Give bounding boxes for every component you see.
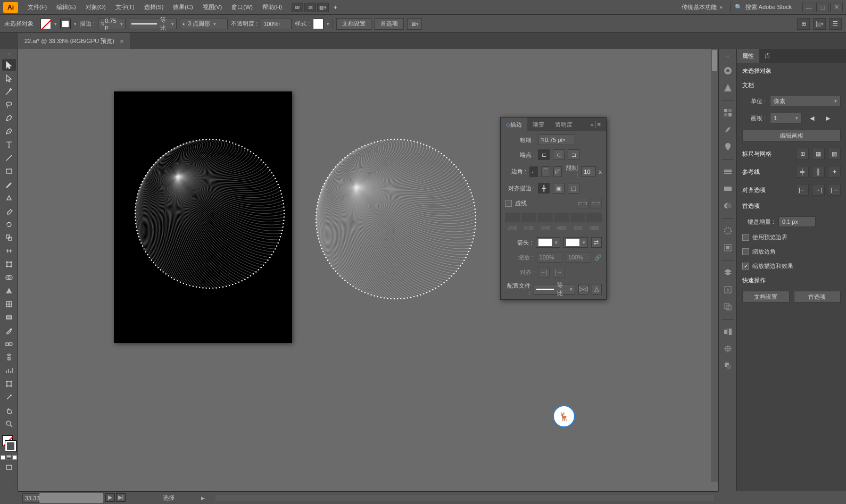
menu-select[interactable]: 选择(S) xyxy=(140,1,168,13)
tab-transparency[interactable]: 透明度 xyxy=(550,117,578,131)
column-graph-tool[interactable] xyxy=(2,365,16,376)
bridge-icon[interactable]: Br xyxy=(292,3,303,12)
stroke-swatch[interactable] xyxy=(60,19,71,29)
grid-icon[interactable]: ▦ xyxy=(812,148,825,159)
color-guide-panel-icon[interactable] xyxy=(721,82,734,94)
minimize-button[interactable]: — xyxy=(802,3,815,12)
vertical-scrollbar[interactable] xyxy=(711,49,718,482)
free-transform-tool[interactable] xyxy=(2,258,16,270)
transform-panel-icon[interactable]: ⊞ xyxy=(797,18,810,30)
slice-tool[interactable] xyxy=(2,391,16,403)
canvas[interactable]: 🦌 xyxy=(18,49,718,491)
cap-round-icon[interactable]: ⊂ xyxy=(553,149,565,160)
swatches-panel-icon[interactable] xyxy=(721,107,734,119)
zoom-tool[interactable] xyxy=(2,418,16,430)
shape-builder-tool[interactable] xyxy=(2,272,16,283)
show-guides-icon[interactable]: ╪ xyxy=(796,166,809,178)
asset-export-panel-icon[interactable] xyxy=(721,284,734,296)
maximize-button[interactable]: □ xyxy=(816,3,829,12)
symbol-sprayer-tool[interactable] xyxy=(2,351,16,363)
weight-input[interactable]: ⇅0.75 pt▾ xyxy=(538,135,575,145)
scale-strokes-checkbox[interactable]: ✓ xyxy=(742,263,749,270)
prev-artboard-icon[interactable]: ◀ xyxy=(806,113,818,123)
tab-close-icon[interactable]: × xyxy=(120,37,124,45)
paintbrush-tool[interactable] xyxy=(2,179,16,190)
transform-panel-dock-icon[interactable] xyxy=(721,343,734,355)
mesh-tool[interactable] xyxy=(2,298,16,310)
brush-select[interactable]: • 3 点圆形▾ xyxy=(180,19,228,29)
menu-object[interactable]: 对象(O) xyxy=(81,1,110,13)
align-panel-dock-icon[interactable] xyxy=(721,326,734,338)
artboard-select[interactable]: 1▾ xyxy=(770,113,802,123)
arrow-start-select[interactable]: ▾ xyxy=(536,237,560,248)
align-to-button[interactable]: 🖥▾ xyxy=(407,18,422,30)
selection-tool[interactable] xyxy=(2,59,16,71)
close-button[interactable]: ✕ xyxy=(830,3,843,12)
gradient-tool[interactable] xyxy=(2,312,16,323)
cap-butt-icon[interactable]: ⊏ xyxy=(538,149,550,160)
join-bevel-icon[interactable]: ◸ xyxy=(553,166,562,177)
scale-corners-checkbox[interactable] xyxy=(742,248,749,255)
stroke-panel-icon[interactable] xyxy=(721,166,734,178)
menu-view[interactable]: 视图(V) xyxy=(198,1,227,13)
brushes-panel-icon[interactable] xyxy=(721,124,734,136)
width-tool[interactable] xyxy=(2,245,16,257)
stroke-profile-select[interactable]: 等比▾ xyxy=(129,19,177,29)
appearance-panel-icon[interactable] xyxy=(721,225,734,237)
doc-setup-button[interactable]: 文档设置 xyxy=(336,18,371,30)
curvature-tool[interactable] xyxy=(2,125,16,137)
next-artboard-button[interactable]: ▶ xyxy=(105,493,115,502)
pathfinder-panel-icon[interactable] xyxy=(721,360,734,372)
opacity-input[interactable]: 100% › xyxy=(261,19,292,29)
menu-file[interactable]: 文件(F) xyxy=(23,1,51,13)
unit-select[interactable]: 像素▾ xyxy=(770,96,841,106)
use-preview-checkbox[interactable] xyxy=(742,234,749,241)
join-round-icon[interactable]: ⌒ xyxy=(541,166,550,177)
dock-collapse-icon[interactable]: ‹‹ xyxy=(721,53,734,60)
stroke-indicator[interactable] xyxy=(5,441,16,451)
prefs-qa-button[interactable]: 首选项 xyxy=(794,291,841,303)
menu-window[interactable]: 窗口(W) xyxy=(227,1,257,13)
flip-along-icon[interactable]: △ xyxy=(592,284,602,295)
graphic-styles-panel-icon[interactable] xyxy=(721,242,734,254)
workspace-switcher[interactable]: 传统基本功能▾ xyxy=(677,2,727,12)
dashed-checkbox[interactable] xyxy=(505,200,512,207)
rectangle-tool[interactable] xyxy=(2,165,16,177)
align-outside-icon[interactable]: ▢ xyxy=(568,183,579,194)
scale-tool[interactable] xyxy=(2,232,16,243)
menu-help[interactable]: 帮助(H) xyxy=(258,1,286,13)
dash-align-icon1[interactable]: ⊏⊐ xyxy=(577,198,588,208)
dash-input[interactable] xyxy=(505,213,520,222)
snap-point-icon[interactable]: →| xyxy=(812,184,825,196)
stroke-weight-input[interactable]: ⇅0.75 p▾ xyxy=(98,19,126,29)
hand-tool[interactable] xyxy=(2,405,16,416)
rotate-tool[interactable] xyxy=(2,219,16,230)
pen-tool[interactable] xyxy=(2,112,16,124)
last-artboard-button[interactable]: ▶| xyxy=(116,493,126,502)
color-mode-gradient[interactable] xyxy=(6,455,11,460)
artboard-tool[interactable] xyxy=(2,378,16,390)
align-panel-icon[interactable]: ⬱▾ xyxy=(813,18,826,30)
dash-align-icon2[interactable]: ⊏⊐ xyxy=(590,198,602,208)
limit-input[interactable]: 10 xyxy=(581,166,595,177)
menu-effect[interactable]: 效果(C) xyxy=(169,1,197,13)
fill-stroke-indicator[interactable] xyxy=(1,434,17,452)
color-mode-color[interactable] xyxy=(1,455,5,460)
transparency-grid-icon[interactable]: ▨ xyxy=(828,148,841,159)
align-center-icon[interactable]: ╋ xyxy=(538,183,550,194)
color-panel-icon[interactable] xyxy=(721,65,734,77)
tab-properties[interactable]: 属性 xyxy=(737,49,759,63)
profile-select[interactable]: 等比▾ xyxy=(534,284,575,295)
doc-setup-qa-button[interactable]: 文档设置 xyxy=(742,291,790,303)
menu-edit[interactable]: 编辑(E) xyxy=(52,1,80,13)
direct-selection-tool[interactable] xyxy=(2,72,16,84)
prefs-button[interactable]: 首选项 xyxy=(375,18,404,30)
menu-type[interactable]: 文字(T) xyxy=(111,1,139,13)
list-icon[interactable]: ☰ xyxy=(829,18,842,30)
style-swatch[interactable] xyxy=(313,19,324,29)
key-inc-input[interactable]: 0.1 px xyxy=(778,216,816,227)
eyedropper-tool[interactable] xyxy=(2,325,16,337)
layers-panel-icon[interactable] xyxy=(721,267,734,279)
type-tool[interactable] xyxy=(2,139,16,150)
document-tab[interactable]: 22.ai* @ 33.33% (RGB/GPU 预览) × xyxy=(18,33,130,49)
